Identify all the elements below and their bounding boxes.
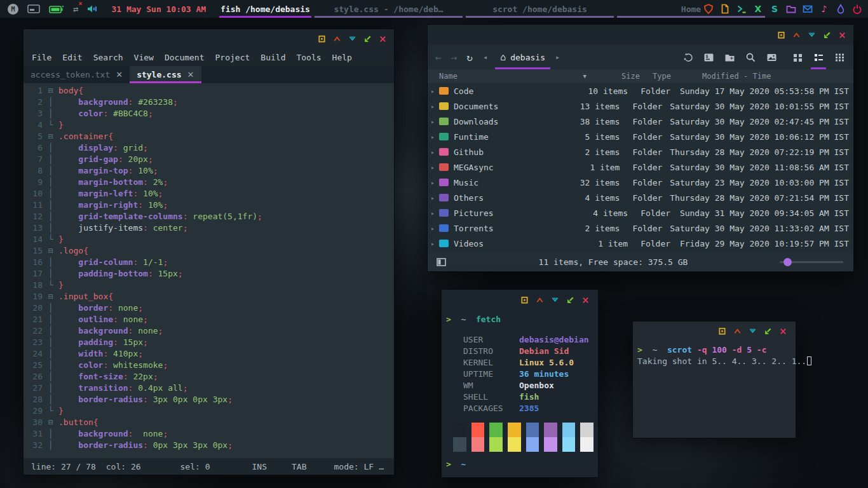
fold-marker[interactable]: │ xyxy=(48,108,58,119)
expander-icon[interactable]: ▸ xyxy=(428,118,438,125)
file-row[interactable]: ▸MEGAsync1 itemFolderSaturday 30 May 202… xyxy=(428,159,853,175)
close-button[interactable] xyxy=(778,327,788,336)
zoom-slider[interactable] xyxy=(780,261,843,263)
maximize-button[interactable] xyxy=(822,31,832,39)
s-app-icon[interactable]: S xyxy=(769,3,780,15)
fold-marker[interactable]: ⊟ xyxy=(48,245,58,257)
search-icon[interactable] xyxy=(744,45,757,69)
path-tab[interactable]: ⌂ debasis xyxy=(495,45,550,69)
menu-file[interactable]: File xyxy=(32,53,51,62)
scrot-terminal-body[interactable]: > ~ scrot -q 100 -d 5 -c Taking shot in … xyxy=(633,341,796,371)
menu-view[interactable]: View xyxy=(134,53,154,62)
volume-icon[interactable] xyxy=(87,3,98,15)
expander-icon[interactable]: ▸ xyxy=(428,194,438,201)
maximize-button[interactable] xyxy=(763,327,773,336)
taskbar-item[interactable]: fish /home/debasis xyxy=(219,0,311,18)
column-modified[interactable]: Modified - Time xyxy=(695,72,853,81)
file-row[interactable]: ▸Github2 itemsFolderThursday 28 May 2020… xyxy=(428,144,853,159)
editor-tab[interactable]: access_token.txt✕ xyxy=(24,66,130,83)
shade-button[interactable] xyxy=(332,35,342,43)
shield-icon[interactable] xyxy=(703,3,714,15)
omni-button[interactable] xyxy=(776,31,786,39)
terminal-icon[interactable] xyxy=(736,3,747,15)
power-icon[interactable] xyxy=(851,3,863,15)
taskbar-item[interactable]: style.css - /home/deb… xyxy=(315,0,463,18)
taskbar-item[interactable]: scrot /home/debasis xyxy=(466,0,614,18)
back-icon[interactable]: ← xyxy=(435,51,442,64)
wallpaper-icon[interactable] xyxy=(765,45,778,69)
fold-marker[interactable]: │ xyxy=(48,348,58,360)
omni-button[interactable] xyxy=(317,35,327,43)
fold-marker[interactable]: │ xyxy=(48,154,58,165)
shade-button[interactable] xyxy=(792,31,801,39)
fold-marker[interactable]: └ xyxy=(48,405,58,417)
tab-close-icon[interactable]: ✕ xyxy=(116,70,123,79)
refresh-icon[interactable]: ↻ xyxy=(466,51,473,64)
column-name[interactable]: Name ▼ xyxy=(428,72,593,81)
fold-marker[interactable]: ⊟ xyxy=(48,291,58,302)
sidebar-toggle-icon[interactable] xyxy=(435,250,447,274)
fetch-terminal-body[interactable]: > ~ fetch USERdebasis@debianDISTRODebian… xyxy=(442,310,598,474)
network-disconnected-icon[interactable]: ⇄× xyxy=(73,3,78,15)
expander-icon[interactable]: ▸ xyxy=(428,149,438,156)
fold-marker[interactable]: │ xyxy=(48,257,58,268)
icon-view-icon[interactable] xyxy=(791,45,804,69)
fold-marker[interactable]: │ xyxy=(48,200,58,211)
iconify-button[interactable] xyxy=(550,296,560,304)
music-icon[interactable]: ♪ xyxy=(818,3,830,15)
fold-marker[interactable]: │ xyxy=(48,97,58,108)
expander-icon[interactable]: ▸ xyxy=(428,164,438,171)
fold-marker[interactable]: │ xyxy=(48,428,58,440)
shade-button[interactable] xyxy=(733,327,742,336)
fetch-terminal-titlebar[interactable] xyxy=(442,290,598,310)
menu-document[interactable]: Document xyxy=(165,53,205,62)
maximize-button[interactable] xyxy=(566,296,575,304)
expander-icon[interactable]: ▸ xyxy=(428,210,438,217)
file-row[interactable]: ▸Downloads38 itemsFolderSaturday 30 May … xyxy=(428,114,853,129)
document-icon[interactable] xyxy=(719,3,731,15)
next-tab-icon[interactable]: ▸ xyxy=(555,53,560,62)
column-size[interactable]: Size xyxy=(593,72,648,81)
expander-icon[interactable]: ▸ xyxy=(428,133,438,140)
fold-marker[interactable]: │ xyxy=(48,383,58,394)
fold-marker[interactable]: │ xyxy=(48,337,58,348)
mail-icon[interactable] xyxy=(802,3,813,15)
menu-edit[interactable]: Edit xyxy=(62,53,82,62)
file-row[interactable]: ▸Torrents2 itemsFolderSaturday 30 May 20… xyxy=(428,220,853,236)
forward-icon[interactable]: → xyxy=(451,51,458,64)
fold-marker[interactable]: │ xyxy=(48,440,58,451)
file-row[interactable]: ▸Others4 itemsFolderThursday 28 May 2020… xyxy=(428,190,853,205)
fold-marker[interactable]: ⊟ xyxy=(48,417,58,428)
expander-icon[interactable]: ▸ xyxy=(428,240,438,247)
fold-marker[interactable]: │ xyxy=(48,222,58,234)
swap-panes-icon[interactable] xyxy=(681,45,694,69)
fold-marker[interactable]: │ xyxy=(48,142,58,154)
fold-marker[interactable]: │ xyxy=(48,360,58,371)
file-row[interactable]: ▸Documents13 itemsFolderSaturday 30 May … xyxy=(428,98,853,114)
column-type[interactable]: Type xyxy=(648,72,695,81)
close-button[interactable] xyxy=(378,35,388,43)
editor-titlebar[interactable] xyxy=(24,29,394,48)
expander-icon[interactable]: ▸ xyxy=(428,88,438,95)
file-manager-titlebar[interactable] xyxy=(428,25,853,45)
menu-tools[interactable]: Tools xyxy=(296,53,321,62)
fold-marker[interactable]: │ xyxy=(48,268,58,280)
prev-tab-icon[interactable]: ◂ xyxy=(483,53,487,62)
fold-marker[interactable]: └ xyxy=(48,234,58,245)
tab-close-icon[interactable]: ✕ xyxy=(187,70,194,79)
compact-view-icon[interactable] xyxy=(833,45,846,69)
expander-icon[interactable]: ▸ xyxy=(428,225,438,232)
file-row[interactable]: ▸Pictures4 itemsFolderSunday 31 May 2020… xyxy=(428,205,853,220)
fold-marker[interactable]: │ xyxy=(48,188,58,200)
omni-button[interactable] xyxy=(717,327,727,336)
expander-icon[interactable]: ▸ xyxy=(428,179,438,186)
fold-marker[interactable]: └ xyxy=(48,119,58,131)
new-folder-icon[interactable]: + xyxy=(723,45,736,69)
menu-help[interactable]: Help xyxy=(332,53,352,62)
close-button[interactable] xyxy=(837,31,847,39)
file-row[interactable]: ▸Music32 itemsFolderSaturday 23 May 2020… xyxy=(428,175,853,190)
fold-marker[interactable]: │ xyxy=(48,211,58,222)
file-row[interactable]: ▸Funtime5 itemsFolderSaturday 30 May 202… xyxy=(428,129,853,144)
mega-icon[interactable]: M xyxy=(8,4,18,15)
pager-icon[interactable] xyxy=(27,3,40,15)
